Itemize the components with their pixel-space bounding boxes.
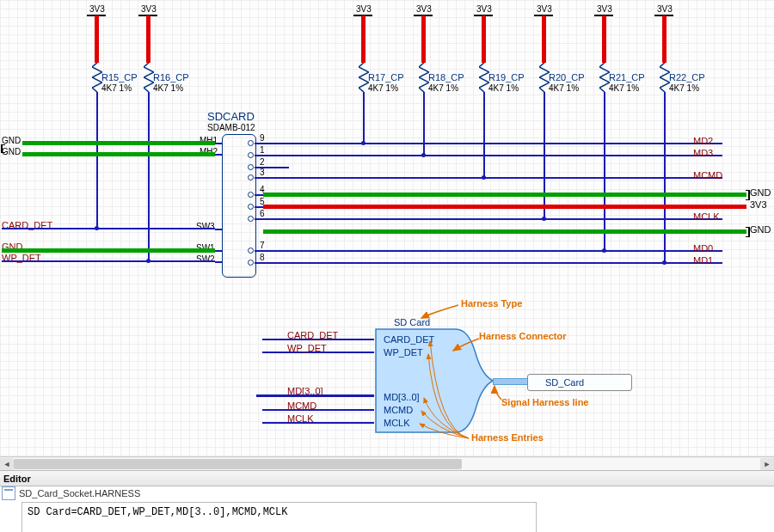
net-label: WP_DET <box>287 343 327 353</box>
pin-number: 3 <box>260 168 265 177</box>
scroll-left-arrow[interactable]: ◄ <box>0 458 14 470</box>
resistor-ref: R18_CP <box>428 72 464 83</box>
resistor-value: 4K7 1% <box>153 83 183 93</box>
pin-circle <box>248 140 254 146</box>
pin-line <box>215 154 222 156</box>
net-wire-gnd <box>22 152 215 156</box>
net-label: CARD_DET <box>287 330 338 340</box>
junction-dot <box>361 141 366 145</box>
pin-line <box>215 261 222 263</box>
net-wire <box>263 177 722 179</box>
net-wire <box>263 262 722 264</box>
net-wire <box>262 422 374 424</box>
scroll-track[interactable] <box>14 458 760 470</box>
annotation-text: Harness Connector <box>479 331 566 341</box>
net-label: MD0 <box>693 243 713 254</box>
power-label-3v3: 3V3 <box>597 4 612 14</box>
net-label: MCLK <box>693 211 720 222</box>
junction-dot <box>146 259 150 263</box>
pin-circle <box>248 216 254 222</box>
pin-number: 1 <box>260 145 265 155</box>
harness-port[interactable]: SD_Card <box>527 374 632 391</box>
power-label-3v3: 3V3 <box>416 4 432 14</box>
pin-circle <box>248 192 254 198</box>
pin-circle <box>248 260 254 266</box>
pin-line <box>255 250 263 252</box>
net-wire <box>262 409 374 411</box>
net-wire <box>263 143 722 144</box>
harness-definition-textarea[interactable]: SD Card=CARD_DET,WP_DET,MD[3..0],MCMD,MC… <box>22 502 537 532</box>
editor-panel-header[interactable]: Editor <box>0 470 774 486</box>
net-label: GND <box>2 147 21 156</box>
net-wire-3v3 <box>263 205 746 209</box>
resistor-value: 4K7 1% <box>609 83 639 93</box>
resistor-value: 4K7 1% <box>368 83 398 93</box>
pin-line <box>255 143 263 144</box>
pin-line <box>255 177 263 179</box>
power-stub <box>662 15 666 63</box>
component-partno: SDAMB-012 <box>207 123 255 132</box>
scroll-right-arrow[interactable]: ► <box>760 458 774 470</box>
resistor-ref: R16_CP <box>153 72 189 83</box>
schematic-canvas[interactable]: 3V3 3V3 3V3 3V3 3V3 3V3 3V3 3V3 R15 <box>0 0 774 456</box>
pin-circle <box>248 204 254 210</box>
pin-number: 7 <box>260 241 265 250</box>
annotation-text: Harness Entries <box>471 432 544 443</box>
power-stub <box>146 15 150 63</box>
net-wire <box>263 250 722 252</box>
power-label-3v3: 3V3 <box>537 4 552 14</box>
resistor-value: 4K7 1% <box>488 83 519 93</box>
pin-line <box>255 218 263 220</box>
net-wire <box>363 92 365 144</box>
pin-circle <box>248 174 254 180</box>
net-label: MCMD <box>287 401 316 411</box>
net-wire <box>2 228 215 229</box>
junction-dot <box>542 217 546 221</box>
pin-circle <box>248 248 254 254</box>
resistor-value: 4K7 1% <box>549 83 579 93</box>
net-wire <box>263 155 722 156</box>
resistor-value: 4K7 1% <box>428 83 458 93</box>
harness-entry: MCMD <box>384 405 413 415</box>
net-wire <box>2 260 215 262</box>
pin-line <box>255 194 263 196</box>
junction-dot <box>602 248 606 253</box>
junction-dot <box>662 260 666 265</box>
harness-entry: WP_DET <box>384 347 423 358</box>
net-label: MD[3..0] <box>287 386 323 396</box>
net-wire <box>423 92 425 155</box>
net-wire <box>148 92 150 260</box>
horizontal-scrollbar[interactable]: ◄ ► <box>0 456 774 471</box>
pin-line <box>255 262 263 264</box>
scroll-thumb[interactable] <box>14 459 462 469</box>
net-wire-gnd <box>263 193 746 197</box>
resistor-ref: R20_CP <box>549 72 585 83</box>
pin-line <box>255 206 263 208</box>
pin-line <box>215 250 222 252</box>
net-label: MD3 <box>693 148 713 158</box>
pin-number: 2 <box>260 157 265 167</box>
power-label-3v3: 3V3 <box>89 4 105 14</box>
power-stub <box>95 15 99 63</box>
net-wire <box>483 92 485 177</box>
power-label-3v3: 3V3 <box>141 4 157 14</box>
harness-entry: MCLK <box>384 418 410 428</box>
pin-number: 8 <box>260 253 265 262</box>
harness-entry: CARD_DET <box>384 334 434 345</box>
power-label-3v3: 3V3 <box>657 4 673 14</box>
net-wire-gnd <box>263 229 746 234</box>
resistor-ref: R21_CP <box>609 72 645 83</box>
power-label-3v3: 3V3 <box>476 4 492 14</box>
power-stub <box>602 15 606 63</box>
harness-type-label: SD Card <box>394 317 430 327</box>
gnd-port-icon <box>746 227 750 237</box>
editor-panel-title: Editor <box>3 474 31 484</box>
file-icon <box>2 486 15 500</box>
pin-line <box>215 229 222 230</box>
net-wire <box>96 92 98 228</box>
pin-circle <box>248 164 254 170</box>
resistor-ref: R15_CP <box>101 72 138 83</box>
power-stub <box>482 15 486 63</box>
power-label-3v3: 3V3 <box>356 4 372 14</box>
file-tab[interactable]: SD_Card_Socket.HARNESS <box>2 486 140 500</box>
